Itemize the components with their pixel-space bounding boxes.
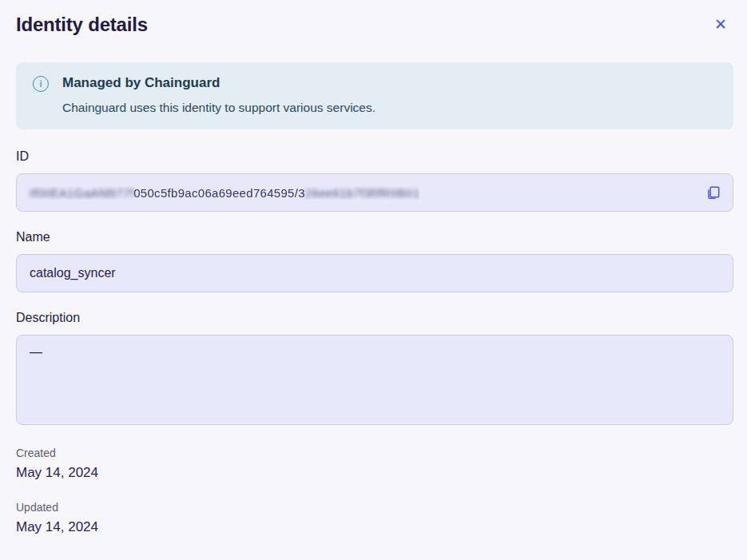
name-input[interactable] (16, 254, 733, 292)
copy-icon (705, 185, 721, 201)
banner-body: Chainguard uses this identity to support… (62, 101, 375, 115)
created-value: May 14, 2024 (16, 465, 733, 481)
description-input[interactable] (16, 335, 733, 425)
description-field-group: Description (16, 311, 733, 428)
info-icon: i (33, 76, 49, 92)
page-title: Identity details (16, 12, 148, 36)
panel-header: Identity details ✕ (16, 12, 733, 37)
description-label: Description (16, 311, 733, 325)
id-value-blur-right: 26ee61b7f3fIfRIIBII1 (305, 186, 420, 200)
name-field-group: Name (16, 230, 733, 292)
id-value-blur-left: If0IIEA1GaAfd977f (30, 186, 133, 200)
id-value-redacted: If0IIEA1GaAfd977f050c5fb9ac06a69eed76459… (17, 186, 419, 200)
id-field: If0IIEA1GaAfd977f050c5fb9ac06a69eed76459… (16, 173, 733, 212)
updated-block: Updated May 14, 2024 (16, 501, 733, 535)
banner-text: Managed by Chainguard Chainguard uses th… (62, 75, 375, 115)
managed-info-banner: i Managed by Chainguard Chainguard uses … (16, 62, 733, 129)
banner-title: Managed by Chainguard (62, 75, 375, 91)
updated-value: May 14, 2024 (16, 519, 733, 535)
close-button[interactable]: ✕ (708, 12, 733, 37)
copy-id-button[interactable] (702, 181, 725, 204)
id-field-group: ID If0IIEA1GaAfd977f050c5fb9ac06a69eed76… (16, 149, 733, 212)
close-icon: ✕ (714, 16, 727, 33)
id-label: ID (16, 149, 733, 164)
created-block: Created May 14, 2024 (16, 447, 733, 481)
name-label: Name (16, 230, 733, 244)
updated-label: Updated (16, 501, 733, 514)
identity-details-panel: Identity details ✕ i Managed by Chaingua… (0, 0, 747, 535)
id-value-clear: 050c5fb9ac06a69eed764595/3 (133, 186, 305, 200)
created-label: Created (16, 447, 733, 459)
